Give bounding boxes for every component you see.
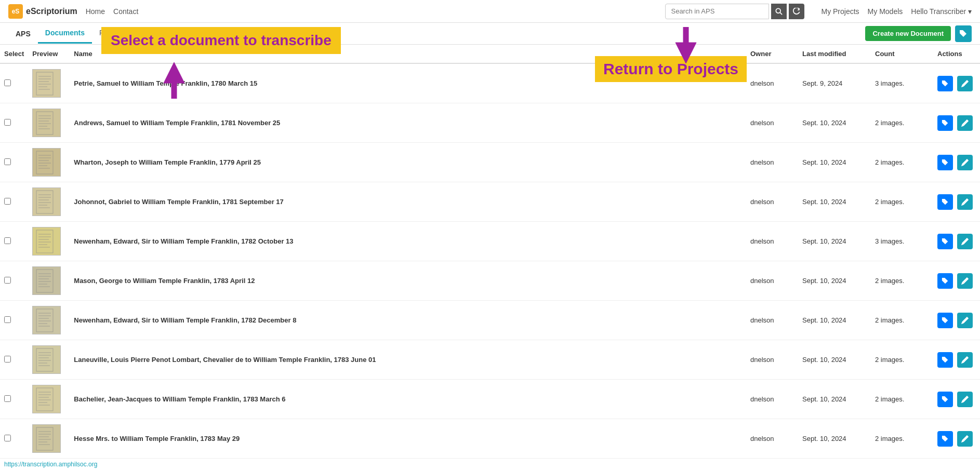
svg-rect-60 — [36, 388, 53, 411]
row-select-cell — [0, 63, 28, 103]
refresh-button[interactable] — [789, 4, 804, 19]
row-owner-cell: dnelson — [746, 182, 798, 222]
row-checkbox-8[interactable] — [4, 395, 11, 402]
row-tag-button-0[interactable] — [937, 76, 953, 91]
svg-rect-32 — [36, 230, 53, 253]
svg-rect-4 — [36, 72, 53, 95]
row-checkbox-0[interactable] — [4, 79, 11, 86]
search-button[interactable] — [771, 4, 787, 19]
row-edit-button-2[interactable] — [957, 155, 973, 170]
row-name-cell: Petrie, Samuel to William Temple Frankli… — [70, 63, 746, 103]
row-select-cell — [0, 419, 28, 459]
row-checkbox-4[interactable] — [4, 237, 11, 244]
row-select-cell — [0, 222, 28, 261]
row-checkbox-1[interactable] — [4, 119, 11, 126]
row-edit-button-0[interactable] — [957, 76, 973, 91]
nav-contact[interactable]: Contact — [113, 7, 138, 16]
doc-thumbnail-9 — [32, 424, 61, 453]
table-row: Wharton, Joseph to William Temple Frankl… — [0, 143, 980, 182]
row-owner-cell: dnelson — [746, 63, 798, 103]
row-preview-cell — [28, 261, 70, 301]
row-count-cell: 2 images. — [871, 143, 933, 182]
row-tag-button-8[interactable] — [937, 392, 953, 407]
svg-rect-11 — [36, 112, 53, 135]
row-checkbox-9[interactable] — [4, 435, 11, 441]
doc-name-text: Wharton, Joseph to William Temple Frankl… — [74, 158, 261, 166]
row-count-cell: 2 images. — [871, 103, 933, 143]
tab-documents[interactable]: Documents — [38, 23, 92, 44]
row-tag-button-2[interactable] — [937, 155, 953, 170]
doc-thumbnail-5 — [32, 266, 61, 295]
search-area — [665, 4, 804, 19]
row-edit-button-5[interactable] — [957, 273, 973, 289]
doc-name-text: Andrews, Samuel to William Temple Frankl… — [74, 119, 280, 127]
row-checkbox-6[interactable] — [4, 316, 11, 323]
row-owner-cell: dnelson — [746, 380, 798, 419]
table-row: Petrie, Samuel to William Temple Frankli… — [0, 63, 980, 103]
row-checkbox-3[interactable] — [4, 198, 11, 205]
table-row: Johonnot, Gabriel to William Temple Fran… — [0, 182, 980, 222]
doc-thumbnail-2 — [32, 148, 61, 177]
table-row: Newenham, Edward, Sir to William Temple … — [0, 222, 980, 261]
row-tag-button-5[interactable] — [937, 273, 953, 289]
row-checkbox-5[interactable] — [4, 277, 11, 284]
svg-rect-53 — [36, 348, 53, 371]
row-edit-button-8[interactable] — [957, 392, 973, 407]
row-preview-cell — [28, 143, 70, 182]
doc-name-text: Johonnot, Gabriel to William Temple Fran… — [74, 198, 283, 206]
row-edit-button-9[interactable] — [957, 431, 973, 447]
nav-user-menu[interactable]: Hello Transcriber ▾ — [911, 7, 972, 16]
row-owner-cell: dnelson — [746, 261, 798, 301]
row-actions-cell — [933, 301, 980, 340]
row-count-cell: 2 images. — [871, 301, 933, 340]
row-edit-button-1[interactable] — [957, 115, 973, 131]
nav-home[interactable]: Home — [86, 7, 105, 16]
breadcrumb-aps: APS — [8, 24, 38, 43]
row-edit-button-3[interactable] — [957, 194, 973, 210]
row-name-cell: Mason, George to William Temple Franklin… — [70, 261, 746, 301]
row-tag-button-6[interactable] — [937, 313, 953, 328]
table-row: Bachelier, Jean-Jacques to William Templ… — [0, 380, 980, 419]
nav-my-projects[interactable]: My Projects — [821, 7, 859, 16]
table-row: Laneuville, Louis Pierre Penot Lombart, … — [0, 340, 980, 380]
tab-reports[interactable]: Reports — [92, 23, 132, 44]
svg-rect-67 — [36, 427, 53, 450]
row-actions-cell — [933, 419, 980, 459]
row-tag-button-9[interactable] — [937, 431, 953, 447]
row-select-cell — [0, 340, 28, 380]
doc-thumbnail-8 — [32, 385, 61, 413]
doc-thumbnail-0 — [32, 69, 61, 98]
row-preview-cell — [28, 182, 70, 222]
table-body: Petrie, Samuel to William Temple Frankli… — [0, 63, 980, 459]
row-tag-button-1[interactable] — [937, 115, 953, 131]
svg-line-1 — [780, 12, 783, 15]
col-header-preview: Preview — [28, 45, 70, 63]
row-select-cell — [0, 103, 28, 143]
row-edit-button-4[interactable] — [957, 234, 973, 249]
tag-button-header[interactable] — [955, 25, 972, 42]
row-owner-cell: dnelson — [746, 143, 798, 182]
row-checkbox-7[interactable] — [4, 356, 11, 362]
row-owner-cell: dnelson — [746, 103, 798, 143]
row-last-modified-cell: Sept. 10, 2024 — [798, 301, 871, 340]
col-header-owner: Owner — [746, 45, 798, 63]
row-checkbox-2[interactable] — [4, 158, 11, 165]
row-tag-button-3[interactable] — [937, 194, 953, 210]
col-header-last: Last modified — [798, 45, 871, 63]
table-header-row: Select Preview Name Owner Last modified … — [0, 45, 980, 63]
row-tag-button-7[interactable] — [937, 352, 953, 368]
doc-thumbnail-6 — [32, 306, 61, 334]
row-owner-cell: dnelson — [746, 222, 798, 261]
row-owner-cell: dnelson — [746, 301, 798, 340]
nav-my-models[interactable]: My Models — [868, 7, 903, 16]
row-actions-cell — [933, 182, 980, 222]
row-actions-cell — [933, 63, 980, 103]
row-edit-button-6[interactable] — [957, 313, 973, 328]
search-input[interactable] — [665, 4, 769, 19]
row-actions-cell — [933, 261, 980, 301]
row-edit-button-7[interactable] — [957, 352, 973, 368]
row-name-cell: Andrews, Samuel to William Temple Frankl… — [70, 103, 746, 143]
row-tag-button-4[interactable] — [937, 234, 953, 249]
tabs-bar: APS Documents Reports Create new Documen… — [0, 23, 980, 45]
create-new-document-button[interactable]: Create new Document — [865, 26, 951, 41]
